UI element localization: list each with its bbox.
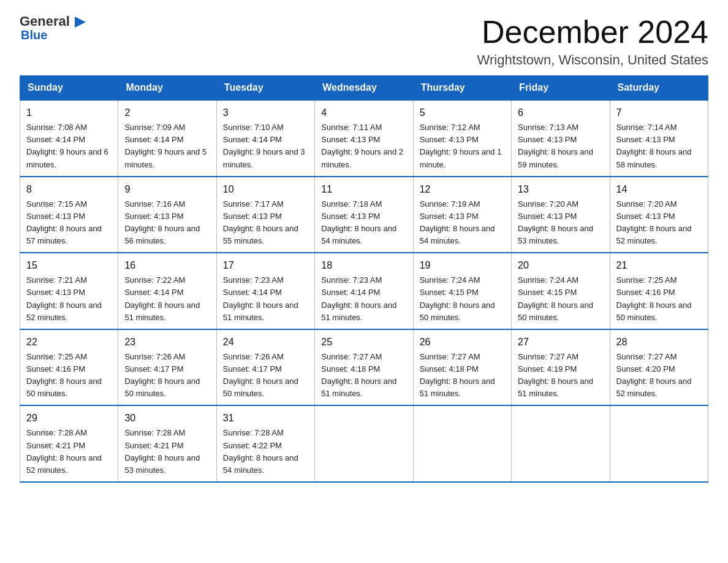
logo-text-top: General (20, 15, 86, 28)
day-info: Sunrise: 7:20 AM Sunset: 4:13 PM Dayligh… (616, 198, 702, 248)
day-number: 20 (518, 258, 603, 273)
day-number: 3 (223, 105, 308, 120)
table-row: 3 Sunrise: 7:10 AM Sunset: 4:14 PM Dayli… (216, 100, 314, 177)
table-row (413, 405, 511, 482)
table-row: 27 Sunrise: 7:27 AM Sunset: 4:19 PM Dayl… (512, 329, 610, 406)
calendar-week-row: 22 Sunrise: 7:25 AM Sunset: 4:16 PM Dayl… (20, 329, 708, 406)
day-info: Sunrise: 7:13 AM Sunset: 4:13 PM Dayligh… (518, 121, 603, 171)
day-info: Sunrise: 7:15 AM Sunset: 4:13 PM Dayligh… (26, 198, 112, 248)
day-number: 23 (124, 335, 210, 350)
day-number: 17 (223, 258, 308, 273)
day-info: Sunrise: 7:24 AM Sunset: 4:15 PM Dayligh… (420, 274, 505, 324)
col-header-wednesday: Wednesday (315, 76, 413, 101)
table-row: 29 Sunrise: 7:28 AM Sunset: 4:21 PM Dayl… (20, 405, 118, 482)
table-row: 9 Sunrise: 7:16 AM Sunset: 4:13 PM Dayli… (118, 177, 216, 253)
day-number: 10 (223, 182, 308, 197)
table-row: 4 Sunrise: 7:11 AM Sunset: 4:13 PM Dayli… (315, 100, 413, 177)
day-info: Sunrise: 7:27 AM Sunset: 4:19 PM Dayligh… (518, 351, 603, 400)
table-row: 23 Sunrise: 7:26 AM Sunset: 4:17 PM Dayl… (118, 329, 216, 406)
day-info: Sunrise: 7:09 AM Sunset: 4:14 PM Dayligh… (124, 121, 210, 171)
day-info: Sunrise: 7:23 AM Sunset: 4:14 PM Dayligh… (223, 274, 308, 324)
month-title: December 2024 (477, 15, 708, 50)
day-info: Sunrise: 7:16 AM Sunset: 4:13 PM Dayligh… (124, 198, 210, 248)
day-info: Sunrise: 7:26 AM Sunset: 4:17 PM Dayligh… (124, 351, 210, 400)
day-number: 26 (420, 335, 505, 350)
svg-marker-0 (75, 17, 86, 28)
table-row: 25 Sunrise: 7:27 AM Sunset: 4:18 PM Dayl… (315, 329, 413, 406)
table-row: 2 Sunrise: 7:09 AM Sunset: 4:14 PM Dayli… (118, 100, 216, 177)
col-header-thursday: Thursday (413, 76, 511, 101)
page-header: General Blue December 2024 Wrightstown, … (0, 0, 728, 75)
table-row: 26 Sunrise: 7:27 AM Sunset: 4:18 PM Dayl… (413, 329, 511, 406)
col-header-tuesday: Tuesday (216, 76, 314, 101)
day-number: 16 (124, 258, 210, 273)
logo-triangle-icon (75, 17, 86, 28)
day-number: 9 (124, 182, 210, 197)
day-number: 30 (124, 411, 210, 426)
day-number: 22 (26, 335, 112, 350)
location-subtitle: Wrightstown, Wisconsin, United States (477, 52, 708, 68)
table-row: 21 Sunrise: 7:25 AM Sunset: 4:16 PM Dayl… (610, 253, 708, 329)
col-header-sunday: Sunday (20, 76, 118, 101)
day-info: Sunrise: 7:28 AM Sunset: 4:22 PM Dayligh… (223, 427, 308, 477)
table-row: 14 Sunrise: 7:20 AM Sunset: 4:13 PM Dayl… (610, 177, 708, 253)
table-row: 5 Sunrise: 7:12 AM Sunset: 4:13 PM Dayli… (413, 100, 511, 177)
day-number: 19 (420, 258, 505, 273)
calendar-week-row: 8 Sunrise: 7:15 AM Sunset: 4:13 PM Dayli… (20, 177, 708, 253)
col-header-friday: Friday (512, 76, 610, 101)
day-number: 13 (518, 182, 603, 197)
day-number: 28 (616, 335, 702, 350)
day-info: Sunrise: 7:14 AM Sunset: 4:13 PM Dayligh… (616, 121, 702, 171)
day-info: Sunrise: 7:18 AM Sunset: 4:13 PM Dayligh… (321, 198, 406, 248)
day-info: Sunrise: 7:12 AM Sunset: 4:13 PM Dayligh… (420, 121, 505, 171)
day-number: 5 (420, 105, 505, 120)
day-number: 29 (26, 411, 112, 426)
day-number: 14 (616, 182, 702, 197)
day-number: 18 (321, 258, 406, 273)
calendar-week-row: 29 Sunrise: 7:28 AM Sunset: 4:21 PM Dayl… (20, 405, 708, 482)
table-row: 16 Sunrise: 7:22 AM Sunset: 4:14 PM Dayl… (118, 253, 216, 329)
calendar-header-row: Sunday Monday Tuesday Wednesday Thursday… (20, 76, 708, 101)
day-number: 4 (321, 105, 406, 120)
day-info: Sunrise: 7:11 AM Sunset: 4:13 PM Dayligh… (321, 121, 406, 171)
table-row: 28 Sunrise: 7:27 AM Sunset: 4:20 PM Dayl… (610, 329, 708, 406)
title-block: December 2024 Wrightstown, Wisconsin, Un… (477, 15, 708, 68)
table-row: 18 Sunrise: 7:23 AM Sunset: 4:14 PM Dayl… (315, 253, 413, 329)
table-row: 31 Sunrise: 7:28 AM Sunset: 4:22 PM Dayl… (216, 405, 314, 482)
day-info: Sunrise: 7:20 AM Sunset: 4:13 PM Dayligh… (518, 198, 603, 248)
table-row: 13 Sunrise: 7:20 AM Sunset: 4:13 PM Dayl… (512, 177, 610, 253)
table-row (512, 405, 610, 482)
table-row: 11 Sunrise: 7:18 AM Sunset: 4:13 PM Dayl… (315, 177, 413, 253)
table-row: 17 Sunrise: 7:23 AM Sunset: 4:14 PM Dayl… (216, 253, 314, 329)
day-info: Sunrise: 7:27 AM Sunset: 4:18 PM Dayligh… (321, 351, 406, 400)
day-number: 7 (616, 105, 702, 120)
day-info: Sunrise: 7:27 AM Sunset: 4:18 PM Dayligh… (420, 351, 505, 400)
col-header-saturday: Saturday (610, 76, 708, 101)
table-row: 15 Sunrise: 7:21 AM Sunset: 4:13 PM Dayl… (20, 253, 118, 329)
table-row: 7 Sunrise: 7:14 AM Sunset: 4:13 PM Dayli… (610, 100, 708, 177)
day-number: 15 (26, 258, 112, 273)
day-number: 12 (420, 182, 505, 197)
day-number: 27 (518, 335, 603, 350)
table-row: 22 Sunrise: 7:25 AM Sunset: 4:16 PM Dayl… (20, 329, 118, 406)
day-info: Sunrise: 7:22 AM Sunset: 4:14 PM Dayligh… (124, 274, 210, 324)
day-info: Sunrise: 7:25 AM Sunset: 4:16 PM Dayligh… (26, 351, 112, 400)
day-number: 1 (26, 105, 112, 120)
table-row: 1 Sunrise: 7:08 AM Sunset: 4:14 PM Dayli… (20, 100, 118, 177)
day-number: 25 (321, 335, 406, 350)
day-info: Sunrise: 7:24 AM Sunset: 4:15 PM Dayligh… (518, 274, 603, 324)
day-info: Sunrise: 7:17 AM Sunset: 4:13 PM Dayligh… (223, 198, 308, 248)
table-row (315, 405, 413, 482)
table-row: 12 Sunrise: 7:19 AM Sunset: 4:13 PM Dayl… (413, 177, 511, 253)
day-info: Sunrise: 7:19 AM Sunset: 4:13 PM Dayligh… (420, 198, 505, 248)
day-number: 21 (616, 258, 702, 273)
table-row: 10 Sunrise: 7:17 AM Sunset: 4:13 PM Dayl… (216, 177, 314, 253)
day-info: Sunrise: 7:26 AM Sunset: 4:17 PM Dayligh… (223, 351, 308, 400)
day-info: Sunrise: 7:25 AM Sunset: 4:16 PM Dayligh… (616, 274, 702, 324)
table-row (610, 405, 708, 482)
day-info: Sunrise: 7:10 AM Sunset: 4:14 PM Dayligh… (223, 121, 308, 171)
day-info: Sunrise: 7:28 AM Sunset: 4:21 PM Dayligh… (26, 427, 112, 477)
day-number: 11 (321, 182, 406, 197)
table-row: 20 Sunrise: 7:24 AM Sunset: 4:15 PM Dayl… (512, 253, 610, 329)
day-number: 8 (26, 182, 112, 197)
